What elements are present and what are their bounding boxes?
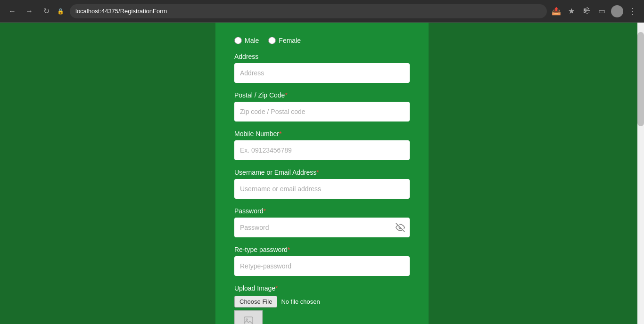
back-nav-button[interactable]: ← bbox=[6, 5, 19, 18]
image-preview bbox=[234, 310, 263, 324]
address-group: Address bbox=[234, 53, 410, 83]
postal-required-star: * bbox=[285, 91, 287, 99]
upload-section: Upload Image* Choose File No file chosen bbox=[234, 284, 410, 324]
gender-male-radio[interactable] bbox=[234, 37, 242, 44]
address-bar[interactable] bbox=[70, 4, 547, 18]
file-input-row: Choose File No file chosen bbox=[234, 296, 410, 308]
svg-point-2 bbox=[246, 319, 248, 320]
address-label: Address bbox=[234, 53, 410, 60]
forward-nav-button[interactable]: → bbox=[23, 5, 36, 18]
browser-chrome: ← → ↻ 🔒 📤 ★ 🨖 ▭ ⋮ bbox=[0, 0, 644, 23]
username-input[interactable] bbox=[234, 179, 410, 199]
browser-actions: 📤 ★ 🨖 ▭ ⋮ bbox=[551, 5, 638, 17]
username-label: Username or Email Address* bbox=[234, 169, 410, 176]
gender-female-label: Female bbox=[279, 37, 301, 44]
mobile-label: Mobile Number* bbox=[234, 130, 410, 138]
postal-input[interactable] bbox=[234, 102, 410, 122]
scrollbar-track[interactable] bbox=[637, 23, 644, 324]
eye-off-icon bbox=[396, 223, 405, 232]
username-group: Username or Email Address* bbox=[234, 169, 410, 199]
retype-password-input[interactable] bbox=[234, 256, 410, 276]
broken-image-icon bbox=[243, 316, 254, 324]
split-view-icon[interactable]: ▭ bbox=[596, 6, 607, 17]
toggle-password-visibility-button[interactable] bbox=[396, 223, 405, 232]
no-file-text: No file chosen bbox=[281, 298, 320, 305]
address-input[interactable] bbox=[234, 63, 410, 83]
gender-section: Male Female bbox=[234, 37, 410, 44]
password-label: Password* bbox=[234, 207, 410, 215]
share-icon[interactable]: 📤 bbox=[551, 6, 562, 17]
gender-female-radio[interactable] bbox=[268, 37, 276, 44]
user-avatar[interactable] bbox=[611, 5, 623, 17]
bookmark-icon[interactable]: ★ bbox=[566, 6, 577, 17]
extension-icon[interactable]: 🨖 bbox=[581, 6, 592, 17]
password-group: Password* bbox=[234, 207, 410, 237]
gender-male-label: Male bbox=[245, 37, 259, 44]
mobile-required-star: * bbox=[279, 130, 281, 138]
password-input[interactable] bbox=[234, 218, 410, 237]
scrollbar-thumb[interactable] bbox=[637, 32, 644, 126]
mobile-input[interactable] bbox=[234, 140, 410, 160]
gender-male-option[interactable]: Male bbox=[234, 37, 259, 44]
gender-female-option[interactable]: Female bbox=[268, 37, 301, 44]
upload-label: Upload Image* bbox=[234, 284, 410, 292]
postal-label: Postal / Zip Code* bbox=[234, 91, 410, 99]
mobile-group: Mobile Number* bbox=[234, 130, 410, 160]
form-container: Male Female Address Postal / Zip Code* M… bbox=[215, 23, 429, 324]
retype-password-group: Re-type password* bbox=[234, 246, 410, 276]
username-required-star: * bbox=[316, 169, 319, 176]
page-body: Male Female Address Postal / Zip Code* M… bbox=[0, 23, 644, 324]
retype-required-star: * bbox=[288, 246, 290, 253]
upload-required-star: * bbox=[275, 284, 278, 292]
password-wrapper bbox=[234, 218, 410, 237]
menu-icon[interactable]: ⋮ bbox=[627, 6, 638, 17]
postal-group: Postal / Zip Code* bbox=[234, 91, 410, 122]
retype-password-label: Re-type password* bbox=[234, 246, 410, 253]
choose-file-button[interactable]: Choose File bbox=[234, 296, 277, 308]
reload-button[interactable]: ↻ bbox=[40, 5, 53, 18]
password-required-star: * bbox=[263, 207, 265, 215]
